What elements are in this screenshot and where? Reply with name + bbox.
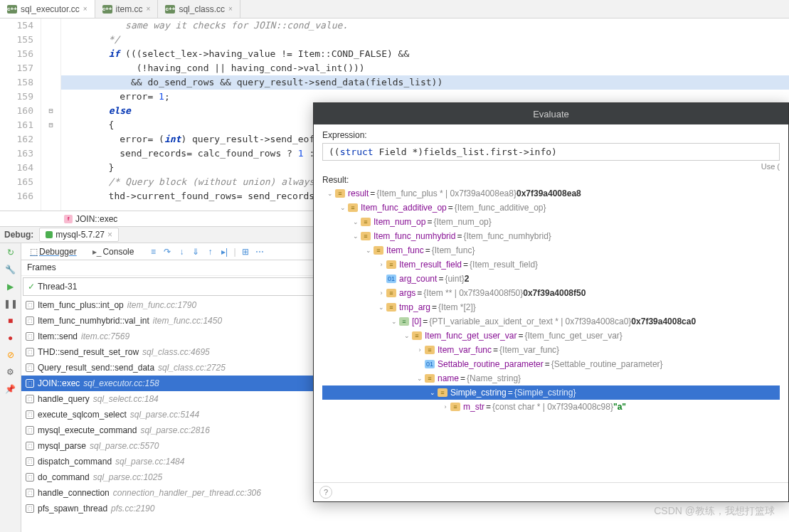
result-label: Result:	[322, 175, 780, 185]
pin-icon[interactable]: 📌	[4, 383, 17, 395]
frame-location: connection_handler_per_thread.cc:306	[113, 488, 261, 498]
breadcrumb-symbol: JOIN::exec	[75, 214, 117, 224]
frame-icon: ⬚	[26, 457, 34, 466]
wrench-icon[interactable]: 🔧	[4, 263, 17, 276]
tree-node[interactable]: ⌄≡Item_func_additive_op = {Item_func_add…	[322, 201, 780, 215]
more-icon[interactable]: ⋯	[255, 247, 265, 257]
tree-node[interactable]: 01arg_count = {uint} 2	[322, 272, 780, 286]
tree-node[interactable]: ⌄≡Item_func_get_user_var = {Item_func_ge…	[322, 329, 780, 343]
expand-icon[interactable]: ⌄	[402, 329, 412, 343]
tree-node[interactable]: ⌄≡name = {Name_string}	[322, 371, 780, 385]
frame-location: item_func.cc:1450	[153, 316, 222, 326]
frame-func: handle_query	[38, 394, 90, 404]
force-step-into-icon[interactable]: ⇓	[191, 247, 201, 257]
debug-config-tab[interactable]: mysql-5.7.27 ×	[39, 228, 119, 242]
expand-icon[interactable]: ›	[376, 286, 386, 300]
tree-node[interactable]: ›≡Item_var_func = {Item_var_func}	[322, 343, 780, 357]
type-icon: 01	[425, 360, 435, 368]
close-icon[interactable]: ×	[83, 5, 88, 13]
tree-node[interactable]: ⌄≡Item_func_numhybrid = {Item_func_numhy…	[322, 229, 780, 243]
result-tree[interactable]: ⌄≡result = {Item_func_plus * | 0x7f39a40…	[322, 186, 780, 477]
frame-func: THD::send_result_set_row	[38, 347, 139, 357]
debug-side-toolbar: ↻ 🔧 ▶ ❚❚ ■ ● ⊘ ⚙ 📌	[0, 243, 21, 532]
debugger-tab[interactable]: ⬚Debugger	[26, 245, 81, 258]
settings-icon[interactable]: ⚙	[4, 366, 17, 378]
frame-icon: ⬚	[26, 489, 34, 497]
expand-icon[interactable]: ›	[440, 400, 450, 414]
tree-node[interactable]: ⌄≡[0] = {PTI_variable_aux_ident_or_text …	[322, 314, 780, 329]
tree-node[interactable]: ⌄≡Simple_cstring = {Simple_cstring}	[322, 385, 780, 400]
frame-func: Item_func_plus::int_op	[38, 300, 124, 310]
tree-node[interactable]: ›≡Item_result_field = {Item_result_field…	[322, 257, 780, 272]
node-value: {Item_func_numhybrid}	[463, 229, 551, 243]
tab-label: sql_class.cc	[179, 4, 225, 14]
type-icon: ≡	[399, 317, 409, 326]
expression-hint: Use (	[322, 162, 780, 171]
node-name: [0]	[412, 314, 421, 329]
stop-icon[interactable]: ■	[4, 314, 17, 327]
tree-node[interactable]: ⌄≡Item_func = {Item_func}	[322, 243, 780, 257]
frame-location: sql_parse.cc:1025	[93, 472, 162, 482]
file-tab-sql-executor[interactable]: c++ sql_executor.cc ×	[0, 0, 95, 18]
dialog-title: Evaluate	[314, 103, 788, 124]
type-icon: ≡	[386, 260, 396, 269]
frame-location: sql_parse.cc:5570	[90, 441, 159, 451]
console-tab[interactable]: ▸_Console	[88, 245, 139, 258]
expand-icon[interactable]: ›	[376, 257, 386, 272]
expand-icon[interactable]: ⌄	[325, 186, 335, 201]
expand-icon[interactable]: ⌄	[338, 201, 348, 215]
node-value: {Item_func_additive_op}	[455, 201, 546, 215]
node-value: {Item_num_op}	[433, 215, 491, 229]
frame-location: sql_parse.cc:5144	[130, 410, 199, 420]
tab-label: item.cc	[116, 4, 143, 14]
tree-node[interactable]: ⌄≡Item_num_op = {Item_num_op}	[322, 215, 780, 229]
expand-icon[interactable]: ⌄	[376, 300, 386, 314]
resume-icon[interactable]: ▶	[4, 280, 17, 293]
close-icon[interactable]: ×	[107, 230, 112, 240]
expand-icon[interactable]: ⌄	[351, 229, 361, 243]
tree-node[interactable]: ›≡m_str = {const char * | 0x7f39a4008c98…	[322, 400, 780, 414]
node-name: Item_func	[386, 243, 424, 257]
expand-icon[interactable]: ⌄	[389, 314, 399, 329]
expand-icon[interactable]: ›	[415, 343, 425, 357]
mute-breakpoints-icon[interactable]: ⊘	[4, 349, 17, 361]
step-over-icon[interactable]: ↷	[162, 247, 172, 257]
node-value: {const char * | 0x7f39a4008c98}	[492, 400, 613, 414]
node-value: {Item *[2]}	[438, 300, 476, 314]
node-name: Item_func_additive_op	[361, 201, 447, 215]
threads-icon[interactable]: ≡	[148, 247, 158, 257]
help-icon[interactable]: ?	[319, 486, 332, 499]
tree-node[interactable]: ›≡args = {Item ** | 0x7f39a4008f50} 0x7f…	[322, 286, 780, 300]
frame-func: Query_result_send::send_data	[38, 363, 154, 373]
frame-func: Item::send	[38, 331, 78, 341]
type-icon: ≡	[361, 232, 371, 240]
run-to-cursor-icon[interactable]: ▸|	[219, 247, 229, 257]
file-tab-sql-class[interactable]: c++ sql_class.cc ×	[158, 0, 240, 18]
close-icon[interactable]: ×	[147, 5, 151, 13]
step-out-icon[interactable]: ↑	[205, 247, 215, 257]
pause-icon[interactable]: ❚❚	[4, 297, 17, 310]
tree-node[interactable]: 01Settable_routine_parameter = {Settable…	[322, 357, 780, 371]
frame-icon: ⬚	[26, 410, 34, 419]
tree-node[interactable]: ⌄≡tmp_arg = {Item *[2]}	[322, 300, 780, 314]
expand-icon[interactable]: ⌄	[364, 243, 374, 257]
expand-icon[interactable]: ⌄	[415, 371, 425, 385]
close-icon[interactable]: ×	[228, 5, 233, 13]
expression-input[interactable]: ((struct Field *)fields_list.first->info…	[322, 143, 780, 161]
type-icon: ≡	[386, 289, 396, 297]
node-value: {Item ** | 0x7f39a4008f50}	[423, 286, 523, 300]
stack-frame[interactable]: ⬚pfs_spawn_thread pfs.cc:2190	[21, 501, 789, 516]
fold-column[interactable]: ⊟⊟	[41, 18, 61, 211]
expand-icon[interactable]: ⌄	[351, 215, 361, 229]
expand-icon[interactable]: ⌄	[428, 385, 438, 400]
cpp-icon: c++	[102, 5, 112, 14]
evaluate-icon[interactable]: ⊞	[240, 247, 250, 257]
type-icon: ≡	[386, 303, 396, 312]
frame-func: handle_connection	[38, 488, 110, 498]
file-tab-item[interactable]: c++ item.cc ×	[95, 0, 159, 18]
rerun-icon[interactable]: ↻	[4, 246, 17, 259]
step-into-icon[interactable]: ↓	[176, 247, 186, 257]
breakpoints-icon[interactable]: ●	[4, 331, 17, 344]
tree-node[interactable]: ⌄≡result = {Item_func_plus * | 0x7f39a40…	[322, 186, 780, 201]
type-icon: ≡	[335, 189, 345, 198]
